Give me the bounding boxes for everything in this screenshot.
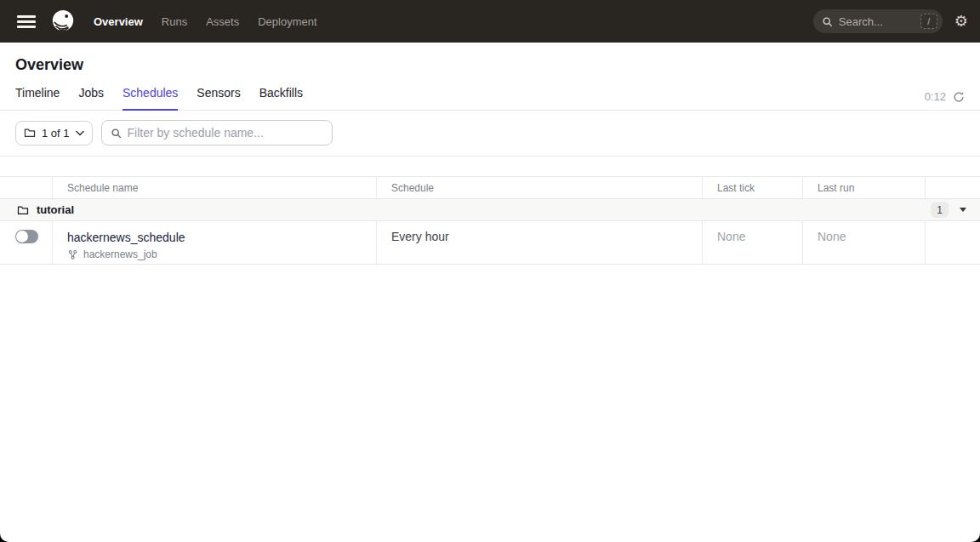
toggle-knob [16, 231, 28, 242]
schedules-table: Schedule name Schedule Last tick Last ru… [0, 176, 980, 265]
table-header-row: Schedule name Schedule Last tick Last ru… [0, 177, 980, 199]
global-search[interactable]: / [813, 9, 943, 33]
tab-jobs[interactable]: Jobs [78, 86, 104, 111]
folder-icon [17, 204, 29, 216]
nav-overview[interactable]: Overview [94, 15, 143, 28]
chevron-down-icon [76, 130, 84, 136]
settings-gear-icon[interactable]: ⚙ [954, 14, 968, 29]
schedule-enabled-toggle[interactable] [15, 230, 38, 243]
group-count-badge: 1 [931, 202, 949, 218]
refresh-icon[interactable] [953, 91, 965, 103]
header-schedule: Schedule [377, 177, 703, 198]
tab-sensors[interactable]: Sensors [197, 86, 240, 111]
header-last-tick: Last tick [703, 177, 803, 198]
search-shortcut-badge: / [920, 14, 937, 29]
schedule-cron-cell: Every hour [377, 221, 703, 264]
repo-filter-button[interactable]: 1 of 1 [15, 121, 93, 145]
filter-toolbar: 1 of 1 [0, 111, 980, 157]
repo-group-name: tutorial [37, 203, 74, 216]
nav-deployment[interactable]: Deployment [258, 15, 316, 28]
menu-icon[interactable] [12, 7, 41, 36]
refresh-countdown: 0:12 [925, 90, 946, 103]
header-actions-col [926, 177, 980, 198]
page-title: Overview [0, 43, 980, 74]
overview-tabs: Timeline Jobs Schedules Sensors Backfill… [15, 86, 303, 110]
search-input[interactable] [839, 15, 914, 28]
dagster-logo-icon[interactable] [48, 6, 78, 37]
job-graph-icon [67, 249, 78, 260]
nav-runs[interactable]: Runs [162, 15, 187, 28]
schedule-name-link[interactable]: hackernews_schedule [67, 231, 185, 244]
search-icon [111, 128, 122, 139]
tab-timeline[interactable]: Timeline [15, 86, 60, 111]
row-actions-cell [926, 221, 980, 264]
repo-group-row[interactable]: tutorial 1 [0, 199, 980, 221]
header-last-run: Last run [803, 177, 926, 198]
search-icon [822, 16, 833, 27]
collapse-caret-icon[interactable] [960, 208, 966, 212]
folder-icon [24, 127, 36, 139]
overview-tabs-row: Timeline Jobs Schedules Sensors Backfill… [0, 74, 980, 111]
top-nav: Overview Runs Assets Deployment / ⚙ [0, 0, 980, 43]
schedule-row: hackernews_schedule hackernews_job Every… [0, 221, 980, 265]
schedule-filter-input[interactable] [128, 126, 323, 140]
schedule-toggle-cell [0, 221, 53, 264]
last-run-cell: None [803, 221, 926, 264]
nav-assets[interactable]: Assets [206, 15, 239, 28]
app-window: Overview Runs Assets Deployment / ⚙ Over… [0, 0, 980, 542]
tab-backfills[interactable]: Backfills [259, 86, 303, 111]
tab-schedules[interactable]: Schedules [122, 86, 178, 111]
schedule-name-cell: hackernews_schedule hackernews_job [53, 221, 377, 264]
header-schedule-name: Schedule name [53, 177, 377, 198]
job-name-link[interactable]: hackernews_job [83, 248, 157, 260]
main-nav-links: Overview Runs Assets Deployment [94, 15, 317, 28]
repo-filter-label: 1 of 1 [42, 127, 70, 140]
last-tick-cell: None [703, 221, 803, 264]
header-toggle-col [0, 177, 53, 198]
schedule-filter-field[interactable] [101, 120, 333, 145]
